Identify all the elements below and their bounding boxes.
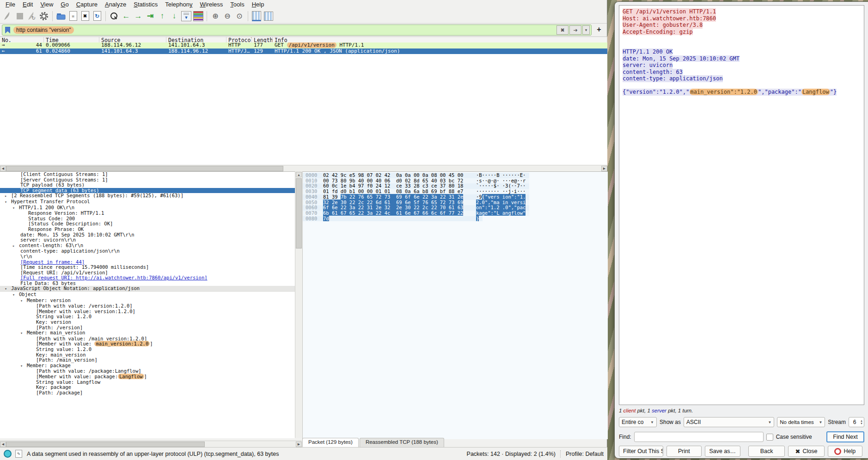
scroll-thumb[interactable] [6, 166, 283, 171]
stop-capture-icon[interactable] [14, 11, 25, 22]
resize-columns-icon[interactable] [251, 11, 262, 22]
column-header-no[interactable]: No. [0, 37, 44, 42]
direction-select[interactable]: Entire co▼ [619, 417, 657, 427]
expanded-icon[interactable]: ▾ [5, 286, 11, 292]
reload-file-icon[interactable]: ↻ [92, 11, 103, 22]
menu-help[interactable]: Help [248, 0, 268, 8]
close-capture-file-icon[interactable]: ✖ [79, 11, 91, 22]
display-filter-bar[interactable]: http contains "version" ✖ ➔ ▾ [2, 24, 592, 36]
packet-list-hscrollbar[interactable]: ◀ ▶ [0, 165, 607, 172]
expanded-icon[interactable]: ▾ [20, 331, 27, 336]
packet-details-pane[interactable]: [Client Contiguous Streams: 1][Server Co… [0, 171, 295, 438]
column-header-info[interactable]: Info [273, 37, 607, 42]
packet-bytes-pane[interactable]: 0000 02 42 9c e5 98 07 02 42 0a 0a 00 0a… [302, 171, 608, 439]
menu-analyze[interactable]: Analyze [101, 0, 130, 8]
collapsed-icon[interactable]: ▸ [12, 243, 19, 249]
details-vscrollbar[interactable]: ▲ [295, 171, 302, 438]
filter-apply-icon[interactable]: ➔ [569, 25, 581, 35]
menu-capture[interactable]: Capture [73, 0, 101, 8]
start-capture-icon[interactable] [2, 11, 13, 22]
menu-view[interactable]: View [37, 0, 57, 8]
detail-row[interactable]: ▾JavaScript Object Notation: application… [0, 286, 295, 292]
expanded-icon[interactable]: ▾ [20, 298, 27, 304]
stream-content-area[interactable]: GET /api/v1/version HTTP/1.1Host: ai.wat… [619, 5, 864, 405]
colorize-packets-icon[interactable] [193, 11, 204, 22]
expanded-icon[interactable]: ▾ [5, 200, 11, 205]
go-back-icon[interactable]: ← [121, 11, 132, 22]
scroll-right-icon[interactable]: ▶ [296, 442, 302, 447]
details-hscrollbar[interactable]: ◀ ▶ [0, 441, 302, 448]
status-profile[interactable]: Profile: Default [566, 451, 604, 457]
find-packet-icon[interactable] [109, 11, 120, 22]
scroll-right-icon[interactable]: ▶ [601, 166, 607, 171]
scroll-thumb[interactable] [296, 178, 302, 248]
menu-statistics[interactable]: Statistics [130, 0, 161, 8]
resize-columns-auto-icon[interactable] [263, 11, 274, 22]
scroll-thumb[interactable] [6, 442, 205, 447]
detail-row[interactable]: content-type: application/json\r\n [0, 248, 295, 254]
go-last-packet-icon[interactable]: ↓ [169, 11, 180, 22]
show-as-select[interactable]: ASCII▼ [684, 417, 774, 427]
menu-wireless[interactable]: Wireless [196, 0, 227, 8]
expanded-icon[interactable]: ▾ [12, 292, 19, 298]
back-button[interactable]: Back [748, 446, 785, 457]
find-row: Find: Case sensitive Find Next [619, 431, 864, 442]
scroll-up-icon[interactable]: ▲ [296, 172, 302, 177]
column-header-protocol[interactable]: Protocol [226, 37, 252, 42]
save-as-button[interactable]: Save as… [705, 446, 740, 457]
go-first-packet-icon[interactable]: ↑ [157, 11, 168, 22]
menu-file[interactable]: File [2, 0, 19, 8]
filter-add-button[interactable]: + [594, 25, 604, 35]
capture-options-icon[interactable] [38, 11, 49, 22]
hex-row[interactable]: 0080 7d } [303, 216, 483, 222]
expert-info-icon[interactable] [4, 450, 12, 458]
filter-bookmark-icon[interactable] [5, 27, 10, 34]
zoom-normal-icon[interactable]: ⊙ [234, 11, 245, 22]
table-row[interactable]: ←610.024860141.101.64.3188.114.96.12HTTP… [0, 48, 607, 54]
menu-tools[interactable]: Tools [226, 0, 248, 8]
tab-packet-bytes[interactable]: Packet (129 bytes) [302, 438, 359, 447]
find-next-button[interactable]: Find Next [826, 431, 864, 442]
hex-offset: 0010 [306, 178, 323, 183]
hex-row[interactable]: 0070 6b 61 67 65 22 3a 22 4c 61 6e 67 66… [303, 211, 529, 216]
column-header-destination[interactable]: Destination [166, 37, 226, 42]
column-header-source[interactable]: Source [99, 37, 166, 42]
zoom-in-icon[interactable]: ⊕ [210, 11, 221, 22]
blank-line [623, 42, 626, 49]
find-input[interactable] [634, 432, 764, 442]
packet-list-header[interactable]: No.TimeSourceDestinationProtocolLengthIn… [0, 36, 607, 43]
case-sensitive-checkbox[interactable] [766, 434, 773, 441]
open-capture-file-icon[interactable] [55, 11, 67, 22]
delta-times-select[interactable]: No delta times▼ [777, 417, 825, 427]
print-button[interactable]: Print [666, 446, 701, 457]
stream-number-spinner[interactable]: 6▲▼ [849, 417, 864, 427]
scroll-left-icon[interactable]: ◀ [0, 166, 6, 171]
auto-scroll-icon[interactable]: ▼ [181, 11, 192, 22]
save-capture-file-icon[interactable]: ▦ [67, 11, 79, 22]
column-header-length[interactable]: Length [252, 37, 273, 42]
filter-out-stream-button[interactable]: Filter Out This Stream [619, 446, 663, 457]
expanded-icon[interactable]: ▾ [12, 206, 19, 211]
table-row[interactable]: →440.009066188.114.96.12141.101.64.3HTTP… [0, 42, 607, 48]
expanded-icon[interactable]: ▾ [20, 363, 27, 369]
filter-clear-icon[interactable]: ✖ [556, 25, 568, 35]
filter-dropdown-icon[interactable]: ▾ [582, 25, 590, 35]
collapsed-icon[interactable]: ▸ [5, 194, 11, 199]
menu-edit[interactable]: Edit [19, 0, 37, 8]
menu-go[interactable]: Go [57, 0, 72, 8]
zoom-out-icon[interactable]: ⊖ [222, 11, 233, 22]
column-header-time[interactable]: Time [44, 37, 99, 42]
spin-down-icon[interactable]: ▼ [860, 422, 863, 425]
go-to-packet-icon[interactable]: ⇥ [145, 11, 156, 22]
tab-reassembled-tcp[interactable]: Reassembled TCP (188 bytes) [360, 438, 444, 447]
capture-comment-icon[interactable]: ✎ [15, 450, 22, 458]
hex-offset: 0040 [306, 194, 323, 200]
menu-telephony[interactable]: Telephony [161, 0, 196, 8]
scroll-left-icon[interactable]: ◀ [0, 442, 6, 447]
help-button[interactable]: Help [828, 446, 862, 457]
display-filter-input[interactable]: http contains "version" [13, 26, 74, 34]
detail-row[interactable]: [Path: /package] [0, 390, 295, 396]
restart-capture-icon[interactable]: ↻ [26, 11, 37, 22]
go-forward-icon[interactable]: → [133, 11, 144, 22]
close-button[interactable]: ✖Close [788, 446, 824, 457]
